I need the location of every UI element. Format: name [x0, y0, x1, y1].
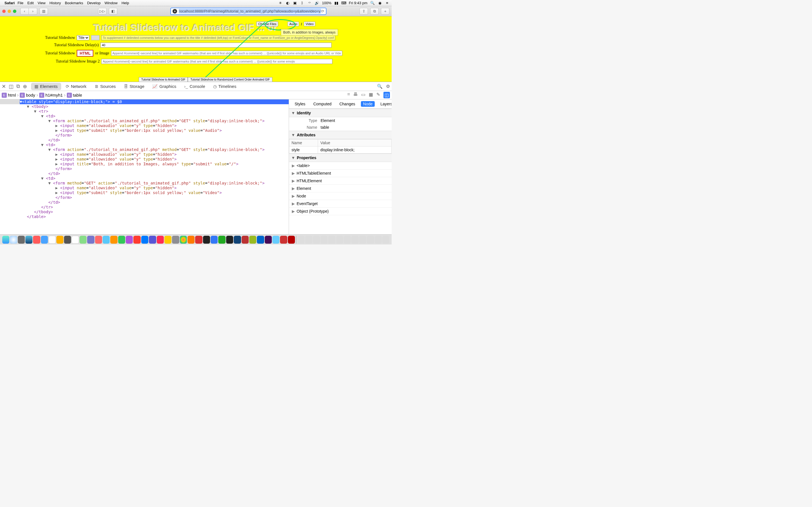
dock-app[interactable] — [95, 236, 102, 244]
menu-help[interactable]: Help — [121, 1, 129, 5]
device-icon[interactable]: ▭ — [361, 92, 365, 98]
dock-app[interactable] — [103, 236, 110, 244]
attributes-section[interactable]: ▼Attributes — [289, 131, 392, 139]
menu-edit[interactable]: Edit — [28, 1, 34, 5]
dock-app[interactable] — [33, 236, 40, 244]
dock-app[interactable] — [118, 236, 125, 244]
dock-folder[interactable] — [320, 236, 327, 244]
dock-app[interactable] — [226, 236, 233, 244]
side-tab-node[interactable]: Node — [361, 101, 375, 107]
crumb-html[interactable]: Ehtml — [2, 93, 16, 98]
menu-file[interactable]: File — [17, 1, 23, 5]
menu-view[interactable]: View — [38, 1, 46, 5]
dock-app-opera[interactable] — [195, 236, 202, 244]
dock-app[interactable] — [257, 236, 264, 244]
dock-app[interactable] — [242, 236, 249, 244]
reader-button[interactable]: ◧ — [109, 8, 117, 15]
title-select[interactable]: Title — [77, 35, 89, 40]
selected-node[interactable]: ▼ <table style="display:inline-block;"> … — [0, 100, 289, 104]
tray-icon[interactable]: ◐ — [285, 1, 290, 5]
draw-icon[interactable]: ✎ — [376, 92, 380, 98]
dock-app[interactable] — [211, 236, 218, 244]
dock-app[interactable] — [172, 236, 179, 244]
new-tab-button[interactable]: ＋ — [381, 8, 389, 15]
window-close-button[interactable] — [2, 10, 6, 13]
layout-icon[interactable]: ⌗ — [347, 92, 350, 98]
wifi-icon[interactable]: ⌔ — [307, 1, 312, 5]
window-zoom-button[interactable] — [13, 10, 16, 13]
spotlight-icon[interactable]: 🔍 — [370, 1, 375, 5]
tab-network[interactable]: ⟳Network — [62, 83, 90, 90]
volume-icon[interactable]: 🔊 — [315, 1, 319, 5]
forward-button[interactable]: › — [29, 8, 37, 15]
dock-app[interactable] — [249, 236, 256, 244]
video-button[interactable]: Video — [304, 21, 315, 26]
dock-app[interactable] — [87, 236, 94, 244]
delay-input[interactable] — [100, 43, 332, 48]
tab-console[interactable]: ›_Console — [181, 83, 208, 90]
dock-folder[interactable] — [328, 236, 335, 244]
dock-app-finder[interactable] — [2, 236, 9, 244]
bluetooth-icon[interactable]: ᛒ — [300, 1, 305, 5]
dock-folder[interactable] — [359, 236, 366, 244]
tabs-button[interactable]: ⧉ — [370, 8, 378, 15]
dock-bottom-icon[interactable]: ⧉ — [16, 83, 20, 89]
menubar-clock[interactable]: Fri 9:43 pm — [349, 1, 367, 5]
side-tab-changes[interactable]: Changes — [337, 101, 357, 107]
dock-app[interactable] — [164, 236, 171, 244]
prop-item[interactable]: ▶Object (Prototype) — [289, 208, 392, 215]
dock-app-firefox[interactable] — [188, 236, 195, 244]
menu-develop[interactable]: Develop — [87, 1, 101, 5]
prop-item[interactable]: ▶HTMLElement — [289, 177, 392, 185]
crumb-body[interactable]: Ebody — [20, 93, 35, 98]
sidebar-button[interactable]: ▥ — [40, 8, 48, 15]
dock-folder[interactable] — [297, 236, 305, 244]
menu-history[interactable]: History — [49, 1, 61, 5]
siri-icon[interactable]: ◉ — [377, 1, 382, 5]
dock-app-filezilla[interactable] — [288, 236, 295, 244]
side-tab-layers[interactable]: Layers — [378, 101, 392, 107]
dock-app-calendar[interactable] — [49, 236, 56, 244]
toggle-right-panel-icon[interactable]: ◫ — [384, 92, 390, 98]
target-icon[interactable]: ⊕ — [23, 83, 27, 90]
app-name[interactable]: Safari — [4, 1, 15, 5]
dock-app[interactable] — [234, 236, 241, 244]
tray-icon[interactable]: ▣ — [293, 1, 297, 5]
url-field[interactable]: ⎈ localhost:8888/PHP/animegif/tutorial_t… — [170, 8, 326, 15]
dock-folder[interactable] — [313, 236, 320, 244]
page-tab-1[interactable]: Tutorial Slideshow to Animated GIF — [139, 77, 188, 82]
prop-item[interactable]: ▶Element — [289, 185, 392, 192]
side-tab-computed[interactable]: Computed — [311, 101, 334, 107]
dock-app[interactable] — [218, 236, 225, 244]
dock-folder[interactable] — [375, 236, 382, 244]
reload-icon[interactable]: ⟳ — [321, 9, 324, 13]
dock-app[interactable] — [141, 236, 148, 244]
dock-folder[interactable] — [336, 236, 343, 244]
crumb-table[interactable]: Etable — [67, 93, 82, 98]
side-tab-styles[interactable]: Styles — [292, 101, 308, 107]
dock-app[interactable] — [157, 236, 164, 244]
tab-graphics[interactable]: 📈Graphics — [149, 83, 180, 90]
page-tab-2[interactable]: Tutorial Slideshow to Randomized Content… — [188, 77, 272, 82]
dock-app[interactable] — [272, 236, 280, 244]
dock-app[interactable] — [149, 236, 156, 244]
tab-timelines[interactable]: ◷Timelines — [210, 83, 240, 90]
dock-folder[interactable] — [351, 236, 358, 244]
dock-app[interactable] — [64, 236, 71, 244]
dock-app-terminal[interactable] — [203, 236, 210, 244]
dock-app[interactable] — [80, 236, 87, 244]
identity-section[interactable]: ▼Identity — [289, 109, 392, 117]
dock-app-mail[interactable] — [41, 236, 48, 244]
tab-elements[interactable]: ▦Elements — [31, 83, 61, 90]
close-inspector-icon[interactable]: ✕ — [2, 83, 6, 90]
dock-app[interactable] — [133, 236, 140, 244]
tab-sources[interactable]: 🗎Sources — [91, 83, 119, 90]
prop-item[interactable]: ▶Node — [289, 192, 392, 200]
dom-tree[interactable]: ▼ <table style="display:inline-block;"> … — [0, 100, 289, 234]
back-button[interactable]: ‹ — [20, 8, 29, 15]
keyboard-icon[interactable]: ⌨︎ — [342, 1, 346, 5]
notification-center-icon[interactable]: ≡ — [385, 1, 389, 5]
fast-forward-button[interactable]: ▷▷ — [98, 8, 107, 15]
prop-item[interactable]: ▶HTMLTableElement — [289, 170, 392, 177]
share-button[interactable]: ⇪ — [359, 8, 368, 15]
